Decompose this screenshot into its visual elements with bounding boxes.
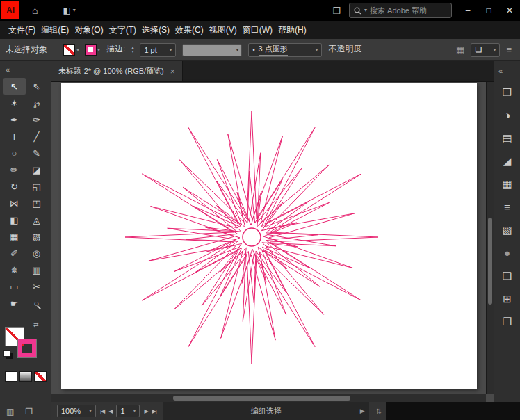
draw-mode-icon[interactable]: ▥ bbox=[6, 407, 14, 417]
panel-menu-icon[interactable]: ≡ bbox=[506, 45, 512, 55]
stroke-color-picker[interactable]: ▾ bbox=[86, 45, 100, 55]
artboard-number-value: 1 bbox=[120, 407, 124, 415]
tool-perspective-grid[interactable]: ◬ bbox=[26, 211, 48, 228]
stroke-color-swatch bbox=[86, 45, 96, 55]
opacity-link[interactable]: 不透明度 bbox=[328, 43, 361, 56]
tool-zoom[interactable]: ○ bbox=[26, 295, 48, 312]
tool-type[interactable]: T bbox=[3, 128, 26, 145]
status-menu-icon[interactable]: ▶ bbox=[360, 407, 365, 414]
stroke-weight-stepper[interactable]: ▴ ▾ bbox=[131, 46, 133, 54]
artboard[interactable] bbox=[61, 83, 477, 389]
menu-item-edit[interactable]: 编辑(E) bbox=[41, 24, 69, 36]
star-artwork[interactable] bbox=[61, 83, 477, 389]
tool-eyedropper[interactable]: ✐ bbox=[3, 245, 26, 261]
horizontal-scrollbar-thumb[interactable] bbox=[173, 396, 350, 401]
panel-layers-button[interactable]: ❏ bbox=[494, 264, 520, 287]
panel-properties-button[interactable]: ❒ bbox=[494, 81, 520, 104]
panel-brushes-button[interactable]: ▦ bbox=[494, 172, 520, 195]
tool-slice[interactable]: ✂ bbox=[26, 278, 48, 295]
menu-item-file[interactable]: 文件(F) bbox=[8, 24, 35, 36]
menu-item-select[interactable]: 选择(S) bbox=[142, 24, 170, 36]
fill-none-swatch bbox=[63, 44, 75, 56]
horizontal-scrollbar[interactable] bbox=[51, 394, 486, 402]
panel-stroke-button[interactable]: ≡ bbox=[494, 195, 520, 218]
panel-swatches-button[interactable]: ▤ bbox=[494, 127, 520, 150]
prev-artboard-button[interactable]: ◀ bbox=[108, 408, 112, 414]
tool-magic-wand[interactable]: ✶ bbox=[3, 95, 26, 111]
vertical-scrollbar[interactable] bbox=[486, 82, 494, 394]
home-icon[interactable]: ⌂ bbox=[32, 5, 38, 16]
tool-rotate[interactable]: ↻ bbox=[3, 178, 26, 195]
selection-icon: ↖ bbox=[10, 82, 18, 91]
canvas-area[interactable] bbox=[51, 82, 494, 402]
panel-gradient-button[interactable]: ▧ bbox=[494, 218, 520, 241]
stroke-control[interactable] bbox=[18, 339, 36, 357]
tool-mesh[interactable]: ▦ bbox=[3, 228, 26, 245]
gradient-button[interactable] bbox=[19, 371, 32, 382]
screen-mode-icon[interactable]: ❐ bbox=[25, 407, 33, 417]
panel-color-guide-button[interactable]: ◢ bbox=[494, 150, 520, 172]
menubar: 文件(F)编辑(E)对象(O)文字(T)选择(S)效果(C)视图(V)窗口(W)… bbox=[0, 21, 520, 39]
maximize-button[interactable]: □ bbox=[478, 0, 499, 21]
stroke-panel-link[interactable]: 描边: bbox=[106, 43, 125, 56]
panel-color-button[interactable]: ◑ bbox=[494, 104, 520, 127]
panel-libraries-button[interactable]: ❐ bbox=[494, 310, 520, 333]
chevron-down-icon: ▾ bbox=[89, 408, 92, 414]
tool-hand[interactable]: ☛ bbox=[3, 295, 26, 312]
menu-item-view[interactable]: 视图(V) bbox=[209, 24, 237, 36]
minimize-button[interactable]: – bbox=[457, 0, 478, 21]
help-search-input[interactable]: ▾ 搜索 Adobe 帮助 bbox=[349, 3, 452, 18]
workspace-switcher[interactable]: ◧ ▾ bbox=[63, 6, 75, 15]
tool-ellipse[interactable]: ○ bbox=[3, 145, 26, 161]
tool-width[interactable]: ⋈ bbox=[3, 195, 26, 211]
panel-artboards-button[interactable]: ⊞ bbox=[494, 287, 520, 310]
tool-lasso[interactable]: ℘ bbox=[26, 95, 48, 111]
brush-definition-select[interactable]: • 3 点圆形 ▾ bbox=[248, 43, 322, 57]
menu-item-help[interactable]: 帮助(H) bbox=[278, 24, 307, 36]
last-artboard-button[interactable]: ▶| bbox=[152, 408, 156, 414]
tool-artboard[interactable]: ▭ bbox=[3, 278, 26, 295]
tool-direct-selection[interactable]: ⇖ bbox=[26, 78, 48, 95]
tool-curvature[interactable]: ✑ bbox=[26, 111, 48, 128]
tool-scale[interactable]: ◱ bbox=[26, 178, 48, 195]
arrange-grid-icon[interactable]: ▦ bbox=[456, 45, 464, 55]
none-button[interactable] bbox=[34, 371, 47, 382]
scroll-chevrons-icon[interactable]: ⇅ bbox=[376, 407, 382, 415]
artboard-number-select[interactable]: 1 ▾ bbox=[116, 405, 140, 417]
document-tab[interactable]: 未标题-2* @ 100% (RGB/预览) × bbox=[51, 61, 183, 81]
arrange-documents-button[interactable]: ❏ ▾ bbox=[471, 43, 500, 57]
expand-panels-icon[interactable]: « bbox=[494, 61, 520, 81]
zoom-select[interactable]: 100% ▾ bbox=[57, 405, 96, 417]
swap-fill-stroke-icon[interactable]: ⇄ bbox=[33, 321, 39, 328]
tool-shape-builder[interactable]: ◧ bbox=[3, 211, 26, 228]
next-artboard-button[interactable]: ▶ bbox=[144, 408, 147, 414]
menu-item-window[interactable]: 窗口(W) bbox=[243, 24, 273, 36]
tool-free-transform[interactable]: ◰ bbox=[26, 195, 48, 211]
tool-pencil[interactable]: ✏ bbox=[3, 161, 26, 178]
fill-color-picker[interactable]: ▾ bbox=[63, 44, 79, 56]
menu-item-object[interactable]: 对象(O) bbox=[74, 24, 103, 36]
vertical-scrollbar-thumb[interactable] bbox=[488, 218, 492, 305]
tab-close-icon[interactable]: × bbox=[170, 67, 175, 76]
default-fill-stroke-icon[interactable] bbox=[3, 350, 10, 357]
tool-pen[interactable]: ✒ bbox=[3, 111, 26, 128]
menu-item-type[interactable]: 文字(T) bbox=[109, 24, 136, 36]
color-button[interactable] bbox=[5, 371, 17, 382]
first-artboard-button[interactable]: |◀ bbox=[100, 408, 104, 414]
tool-paintbrush[interactable]: ✎ bbox=[26, 145, 48, 161]
tool-eraser[interactable]: ◪ bbox=[26, 161, 48, 178]
document-panel-icon[interactable]: ❒ bbox=[332, 6, 341, 16]
panel-transparency-button[interactable]: ● bbox=[494, 241, 520, 264]
tool-column-graph[interactable]: ▥ bbox=[26, 261, 48, 278]
tool-selection[interactable]: ↖ bbox=[3, 78, 26, 95]
tool-blend[interactable]: ◎ bbox=[26, 245, 48, 261]
tool-line-segment[interactable]: ╱ bbox=[26, 128, 48, 145]
stroke-weight-select[interactable]: 1 pt ▾ bbox=[140, 43, 176, 57]
collapse-tools-icon[interactable]: « bbox=[0, 61, 51, 78]
tool-gradient[interactable]: ▧ bbox=[26, 228, 48, 245]
width-profile-select[interactable]: ▾ bbox=[182, 44, 242, 56]
properties-panel-icon: ❒ bbox=[503, 87, 512, 97]
tool-symbol-sprayer[interactable]: ✵ bbox=[3, 261, 26, 278]
close-button[interactable]: ✕ bbox=[499, 0, 520, 21]
menu-item-effect[interactable]: 效果(C) bbox=[175, 24, 204, 36]
